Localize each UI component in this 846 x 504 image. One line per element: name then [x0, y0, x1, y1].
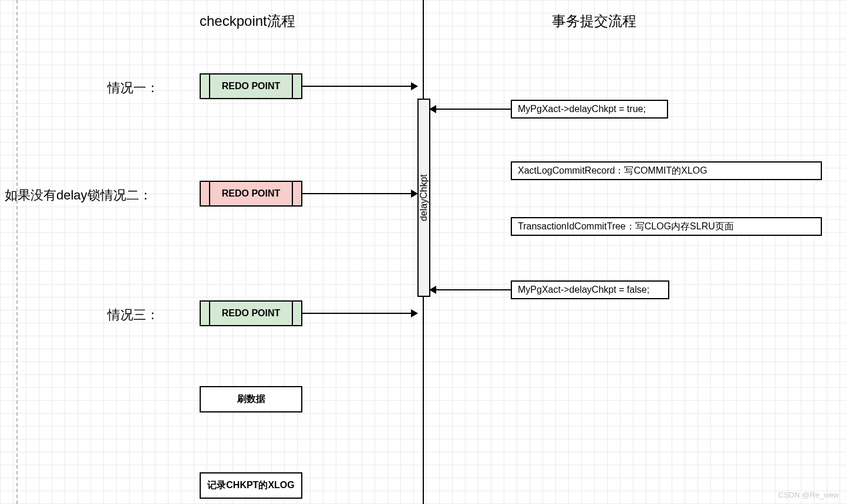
case1-label: 情况一： [107, 79, 159, 97]
left-dashed-line [16, 0, 18, 504]
title-left: checkpoint流程 [200, 12, 295, 31]
case2-label: 如果没有delay锁情况二： [5, 187, 152, 204]
arrow-case2 [302, 193, 417, 194]
arrow-case1 [302, 86, 417, 87]
redo-inner-left [209, 181, 210, 207]
redo-inner-left [209, 300, 210, 326]
flush-data-box: 刷数据 [200, 386, 302, 412]
arrow-case3 [302, 313, 417, 314]
redo-point-text: REDO POINT [222, 188, 281, 199]
delay-false-text: MyPgXact->delayChkpt = false; [518, 285, 649, 295]
redo-inner-left [209, 73, 210, 99]
delay-chkpt-bar: delayChkpt [417, 99, 430, 297]
txn-id-commit-box: TransactionIdCommitTree：写CLOG内存SLRU页面 [511, 217, 822, 236]
redo-point-text: REDO POINT [222, 81, 281, 92]
redo-point-case3: REDO POINT [200, 300, 302, 326]
record-chkpt-text: 记录CHKPT的XLOG [207, 479, 294, 492]
redo-inner-right [292, 300, 293, 326]
record-chkpt-box: 记录CHKPT的XLOG [200, 472, 302, 499]
redo-point-case1: REDO POINT [200, 73, 302, 99]
delay-true-box: MyPgXact->delayChkpt = true; [511, 100, 668, 119]
txn-id-commit-text: TransactionIdCommitTree：写CLOG内存SLRU页面 [518, 221, 734, 233]
arrow-delay-false [430, 289, 511, 290]
xact-log-text: XactLogCommitRecord：写COMMIT的XLOG [518, 165, 707, 177]
redo-point-case2: REDO POINT [200, 181, 302, 207]
redo-inner-right [292, 73, 293, 99]
title-right: 事务提交流程 [552, 12, 636, 31]
delay-true-text: MyPgXact->delayChkpt = true; [518, 104, 646, 114]
arrow-delay-true [430, 109, 511, 110]
delay-false-box: MyPgXact->delayChkpt = false; [511, 280, 669, 299]
delay-chkpt-text: delayChkpt [419, 174, 429, 221]
flush-data-text: 刷数据 [237, 393, 265, 405]
redo-inner-right [292, 181, 293, 207]
redo-point-text: REDO POINT [222, 308, 281, 319]
case3-label: 情况三： [107, 306, 159, 324]
xact-log-box: XactLogCommitRecord：写COMMIT的XLOG [511, 161, 822, 180]
watermark: CSDN @Re_view [778, 491, 840, 499]
